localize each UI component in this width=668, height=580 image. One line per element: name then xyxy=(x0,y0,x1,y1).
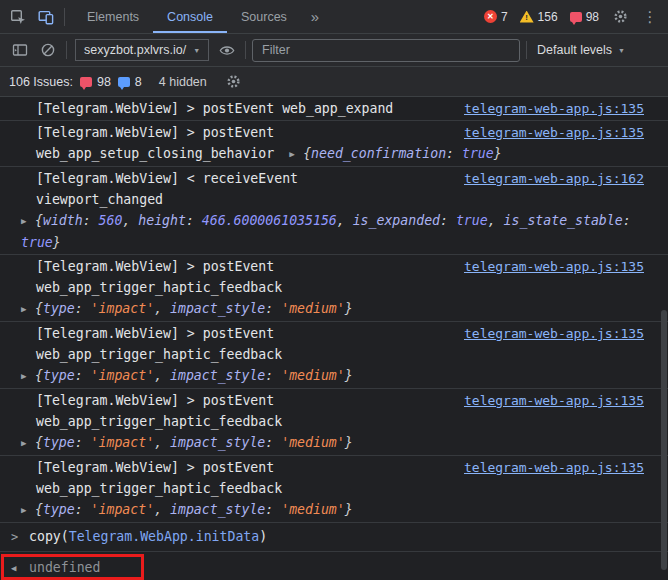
console-messages: telegram-web-app.js:135 [Telegram.WebVie… xyxy=(0,97,668,523)
issues-pink-count[interactable]: 98 xyxy=(80,75,111,89)
console-toolbar: sexyzbot.pxlvrs.io/ ▼ Default levels ▼ xyxy=(0,34,668,67)
gear-icon xyxy=(226,74,241,89)
token-punct: } xyxy=(494,146,502,161)
source-link[interactable]: telegram-web-app.js:135 xyxy=(434,457,644,478)
clear-console-icon xyxy=(40,42,56,58)
hidden-messages-label[interactable]: 4 hidden xyxy=(159,75,207,89)
token-key: is_expanded xyxy=(353,213,440,228)
panel-tabs: Elements Console Sources xyxy=(73,0,301,33)
tab-elements[interactable]: Elements xyxy=(73,0,153,33)
message-text: [Telegram.WebView] > postEvent web_app_s… xyxy=(36,125,274,161)
issue-bubble-blue-icon xyxy=(118,77,130,87)
tab-console[interactable]: Console xyxy=(153,0,227,33)
token-num: 466.6000061035156 xyxy=(202,213,337,228)
object-preview[interactable]: ▶{type: 'impact', impact_style: 'medium'… xyxy=(21,365,644,387)
issues-count: 98 xyxy=(586,10,599,24)
object-preview[interactable]: ▶{width: 560, height: 466.6000061035156,… xyxy=(21,210,644,253)
warning-icon: ! xyxy=(520,11,534,23)
result-arrow-icon: ◀ xyxy=(11,558,23,579)
issues-blue-count[interactable]: 8 xyxy=(118,75,142,89)
token-punct: , xyxy=(154,435,170,450)
token-punct: } xyxy=(345,502,353,517)
console-message: telegram-web-app.js:135 [Telegram.WebVie… xyxy=(0,121,668,167)
object-preview[interactable]: ▶{type: 'impact', impact_style: 'medium'… xyxy=(21,298,644,320)
javascript-context-selector[interactable]: sexyzbot.pxlvrs.io/ ▼ xyxy=(75,39,209,61)
error-icon: ✕ xyxy=(484,10,497,23)
token-punct: { xyxy=(35,213,43,228)
issues-count-badge[interactable]: 98 xyxy=(565,10,604,24)
console-log: telegram-web-app.js:135 [Telegram.WebVie… xyxy=(0,97,668,580)
source-link[interactable]: telegram-web-app.js:162 xyxy=(434,168,644,189)
source-link[interactable]: telegram-web-app.js:135 xyxy=(434,122,644,143)
token-key: type xyxy=(43,301,75,316)
object-preview-tokens: {type: 'impact', impact_style: 'medium'} xyxy=(35,301,353,316)
settings-button[interactable] xyxy=(606,3,634,31)
source-link[interactable]: telegram-web-app.js:135 xyxy=(434,323,644,344)
object-preview-tokens: {type: 'impact', impact_style: 'medium'} xyxy=(35,502,353,517)
object-preview[interactable]: ▶{type: 'impact', impact_style: 'medium'… xyxy=(21,432,644,454)
log-levels-dropdown[interactable]: Default levels ▼ xyxy=(531,43,631,57)
toolbar-divider xyxy=(526,41,527,59)
tab-sources[interactable]: Sources xyxy=(227,0,301,33)
token-punct: : xyxy=(83,213,99,228)
menu-button[interactable]: ⋮ xyxy=(636,3,664,31)
result-value: undefined xyxy=(29,560,100,575)
token-punct: : xyxy=(265,502,281,517)
console-sidebar-toggle[interactable] xyxy=(6,36,34,64)
expand-triangle-icon[interactable]: ▶ xyxy=(21,433,35,454)
inspect-element-button[interactable] xyxy=(4,3,32,31)
warning-count-badge[interactable]: ! 156 xyxy=(515,10,563,24)
device-toolbar-button[interactable] xyxy=(32,3,60,31)
token-punct: , xyxy=(154,502,170,517)
console-message: telegram-web-app.js:135 [Telegram.WebVie… xyxy=(0,97,668,121)
token-str: 'impact' xyxy=(91,368,155,383)
issues-total-label: 106 Issues: xyxy=(9,75,73,89)
sidebar-panel-icon xyxy=(12,42,28,58)
source-link[interactable]: telegram-web-app.js:135 xyxy=(434,390,644,411)
token-key: width xyxy=(43,213,83,228)
console-settings-button[interactable] xyxy=(220,68,248,96)
expand-triangle-icon[interactable]: ▶ xyxy=(21,211,35,232)
token-bool: true xyxy=(462,146,494,161)
token-punct: : xyxy=(186,213,202,228)
source-link[interactable]: telegram-web-app.js:135 xyxy=(434,256,644,277)
toolbar-divider xyxy=(66,41,67,59)
expand-triangle-icon[interactable]: ▶ xyxy=(289,144,303,165)
command-echo-row: >copy(Telegram.WebApp.initData) xyxy=(0,523,668,552)
toolbar-divider xyxy=(245,41,246,59)
error-count-badge[interactable]: ✕ 7 xyxy=(479,10,513,24)
create-live-expression-button[interactable] xyxy=(213,36,241,64)
token-key: impact_style xyxy=(170,301,265,316)
clear-console-button[interactable] xyxy=(34,36,62,64)
message-text: [Telegram.WebView] > postEvent web_app_t… xyxy=(36,393,282,429)
object-preview-tokens: {need_confirmation: true} xyxy=(303,146,502,161)
error-count: 7 xyxy=(501,10,508,24)
token-key: impact_style xyxy=(170,502,265,517)
issues-blue-value: 8 xyxy=(135,75,142,89)
scrollbar-thumb[interactable] xyxy=(661,310,667,571)
console-message: telegram-web-app.js:162 [Telegram.WebVie… xyxy=(0,167,668,255)
token-key: is_state_stable xyxy=(504,213,623,228)
object-preview-tokens: {type: 'impact', impact_style: 'medium'} xyxy=(35,435,353,450)
command-text: copy(Telegram.WebApp.initData) xyxy=(29,529,267,544)
source-link[interactable]: telegram-web-app.js:135 xyxy=(434,98,644,119)
token-punct: : xyxy=(75,502,91,517)
token-plain: ) xyxy=(259,529,267,544)
token-str: 'impact' xyxy=(91,435,155,450)
token-punct: } xyxy=(345,301,353,316)
more-tabs-button[interactable]: » xyxy=(301,8,329,25)
token-punct: : xyxy=(75,301,91,316)
object-preview[interactable]: ▶{type: 'impact', impact_style: 'medium'… xyxy=(21,499,644,521)
expand-triangle-icon[interactable]: ▶ xyxy=(21,500,35,521)
token-punct: } xyxy=(345,435,353,450)
token-punct: { xyxy=(35,301,43,316)
expand-triangle-icon[interactable]: ▶ xyxy=(21,366,35,387)
token-bool: true xyxy=(21,235,53,250)
message-text: [Telegram.WebView] > postEvent web_app_t… xyxy=(36,326,282,362)
three-dots-icon: ⋮ xyxy=(643,8,658,26)
token-punct: , xyxy=(337,213,353,228)
expand-triangle-icon[interactable]: ▶ xyxy=(21,299,35,320)
token-num: 560 xyxy=(99,213,123,228)
filter-input[interactable] xyxy=(252,39,520,62)
object-preview[interactable]: ▶{need_confirmation: true} xyxy=(289,146,502,161)
